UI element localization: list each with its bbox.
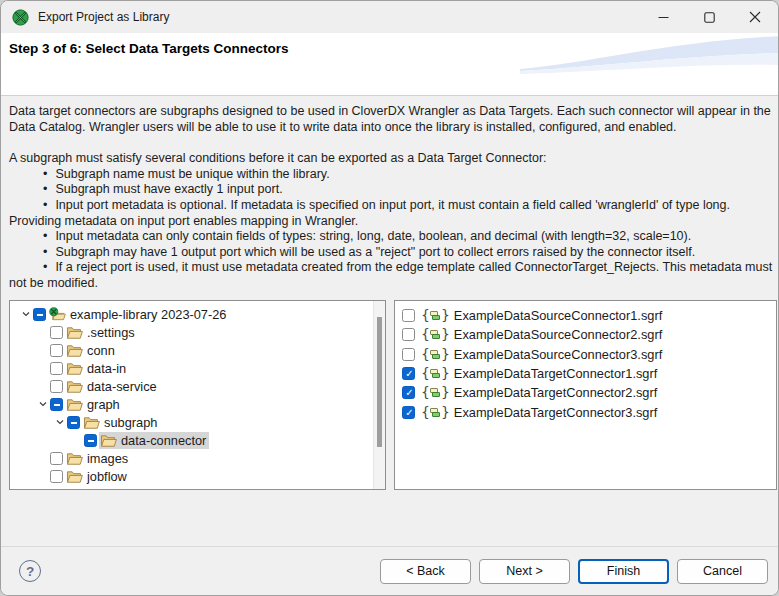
- file-row[interactable]: {} ExampleDataTargetConnector2.sgrf: [395, 383, 776, 402]
- tree-row[interactable]: images: [10, 449, 385, 467]
- tree-row[interactable]: example-library 2023-07-26: [10, 305, 385, 323]
- tree-row[interactable]: graph: [10, 395, 385, 413]
- description-bullet: •Subgraph may have 1 output port which w…: [9, 245, 774, 261]
- file-label: ExampleDataTargetConnector1.sgrf: [454, 366, 657, 381]
- bullet-dot: •: [43, 245, 47, 259]
- tree-row[interactable]: data-connector: [10, 431, 385, 449]
- tree-row-core[interactable]: graph: [65, 396, 123, 413]
- description-bullet: •Input port metadata is optional. If met…: [9, 198, 774, 229]
- project-icon: [49, 307, 66, 322]
- tree-row[interactable]: data-service: [10, 377, 385, 395]
- tree-checkbox[interactable]: [50, 380, 63, 393]
- subgraph-file-icon: {}: [421, 309, 450, 322]
- tree-row[interactable]: jobflow: [10, 467, 385, 485]
- subgraph-file-icon: {}: [421, 406, 450, 419]
- file-row[interactable]: {} ExampleDataTargetConnector1.sgrf: [395, 364, 776, 383]
- bullet-text: Input port metadata is optional. If meta…: [9, 198, 730, 228]
- chevron-down-icon[interactable]: [54, 417, 66, 427]
- cloverdx-logo-icon: [12, 9, 29, 26]
- file-checkbox[interactable]: [402, 367, 415, 380]
- connector-file-list: {} ExampleDataSourceConnector1.sgrf {} E…: [395, 301, 776, 422]
- folder-icon: [83, 415, 100, 430]
- tree-checkbox[interactable]: [50, 470, 63, 483]
- close-icon: [749, 11, 761, 23]
- folder-icon: [66, 379, 83, 394]
- file-row[interactable]: {} ExampleDataTargetConnector3.sgrf: [395, 402, 776, 421]
- chevron-down-icon[interactable]: [37, 399, 49, 409]
- file-row[interactable]: {} ExampleDataSourceConnector1.sgrf: [395, 306, 776, 325]
- file-row[interactable]: {} ExampleDataSourceConnector3.sgrf: [395, 345, 776, 364]
- back-button[interactable]: < Back: [380, 559, 471, 584]
- bullet-text: Input metadata can only contain fields o…: [55, 229, 691, 243]
- folder-icon: [66, 325, 83, 340]
- tree-checkbox[interactable]: [50, 326, 63, 339]
- tree-row-core[interactable]: data-service: [65, 378, 160, 395]
- description-paragraph: Data target connectors are subgraphs des…: [9, 104, 774, 135]
- file-checkbox[interactable]: [402, 406, 415, 419]
- file-checkbox[interactable]: [402, 386, 415, 399]
- header-swoosh-decoration: [520, 33, 779, 79]
- export-project-dialog: Export Project as Library Step 3 of 6: S…: [0, 0, 779, 596]
- tree-checkbox[interactable]: [84, 434, 97, 447]
- folder-icon: [66, 361, 83, 376]
- description-bullet: •Input metadata can only contain fields …: [9, 229, 774, 245]
- tree-row[interactable]: .settings: [10, 323, 385, 341]
- tree-item-label: conn: [87, 343, 115, 358]
- file-checkbox[interactable]: [402, 309, 415, 322]
- tree-item-label: data-connector: [121, 433, 206, 448]
- file-label: ExampleDataSourceConnector2.sgrf: [454, 327, 662, 342]
- footer-buttons: < BackNext >FinishCancel: [380, 559, 768, 584]
- maximize-icon: [704, 12, 715, 23]
- next-button[interactable]: Next >: [479, 559, 570, 584]
- tree-item-label: data-in: [87, 361, 126, 376]
- file-checkbox[interactable]: [402, 328, 415, 341]
- tree-checkbox[interactable]: [33, 308, 46, 321]
- close-button[interactable]: [732, 1, 778, 33]
- tree-item-label: images: [87, 451, 128, 466]
- tree-item-label: .settings: [87, 325, 135, 340]
- bullet-text: If a reject port is used, it must use me…: [9, 260, 772, 290]
- tree-scrollbar-thumb[interactable]: [377, 317, 382, 447]
- file-checkbox[interactable]: [402, 348, 415, 361]
- titlebar: Export Project as Library: [1, 1, 778, 33]
- wizard-header: Step 3 of 6: Select Data Targets Connect…: [1, 33, 779, 96]
- tree-checkbox[interactable]: [67, 416, 80, 429]
- tree-row[interactable]: subgraph: [10, 413, 385, 431]
- bullet-text: Subgraph must have exactly 1 input port.: [55, 182, 282, 196]
- tree-row-core[interactable]: images: [65, 450, 131, 467]
- file-row[interactable]: {} ExampleDataSourceConnector2.sgrf: [395, 325, 776, 344]
- window-controls: [640, 1, 778, 33]
- tree-row-core[interactable]: data-in: [65, 360, 129, 377]
- folder-icon: [66, 397, 83, 412]
- tree-row-core[interactable]: subgraph: [82, 414, 160, 431]
- tree-checkbox[interactable]: [50, 398, 63, 411]
- help-button[interactable]: ?: [19, 560, 41, 582]
- subgraph-file-icon: {}: [421, 367, 450, 380]
- bullet-text: Subgraph may have 1 output port which wi…: [55, 245, 695, 259]
- description-bullet: •Subgraph must have exactly 1 input port…: [9, 182, 774, 198]
- tree-item-label: subgraph: [104, 415, 157, 430]
- tree-checkbox[interactable]: [50, 344, 63, 357]
- tree-checkbox[interactable]: [50, 362, 63, 375]
- folder-icon: [100, 433, 117, 448]
- tree-row-core[interactable]: conn: [65, 342, 118, 359]
- file-label: ExampleDataSourceConnector3.sgrf: [454, 347, 662, 362]
- minimize-button[interactable]: [640, 1, 686, 33]
- tree-row[interactable]: conn: [10, 341, 385, 359]
- tree-row-core[interactable]: data-connector: [99, 432, 209, 449]
- footer: ? < BackNext >FinishCancel: [1, 546, 779, 595]
- finish-button[interactable]: Finish: [578, 559, 669, 584]
- maximize-button[interactable]: [686, 1, 732, 33]
- tree-row[interactable]: data-in: [10, 359, 385, 377]
- chevron-down-icon[interactable]: [20, 309, 32, 319]
- tree-row-core[interactable]: jobflow: [65, 468, 130, 485]
- tree-scrollbar[interactable]: [373, 301, 385, 489]
- bullet-dot: •: [43, 198, 47, 212]
- cancel-button[interactable]: Cancel: [677, 559, 768, 584]
- tree-item-label: graph: [87, 397, 120, 412]
- help-icon: ?: [26, 564, 34, 579]
- tree-row-core[interactable]: .settings: [65, 324, 138, 341]
- tree-row-core[interactable]: example-library 2023-07-26: [48, 306, 230, 323]
- tree-checkbox[interactable]: [50, 452, 63, 465]
- folder-icon: [66, 469, 83, 484]
